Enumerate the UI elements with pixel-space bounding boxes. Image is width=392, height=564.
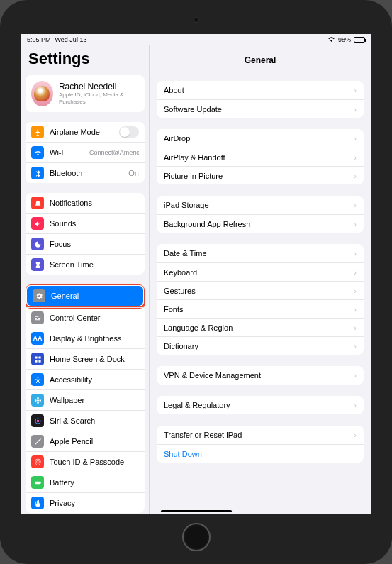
moon-icon xyxy=(31,238,44,250)
wifi-settings-icon xyxy=(31,146,44,159)
gear-icon xyxy=(33,289,45,302)
sidebar-item-label: Sounds xyxy=(50,219,139,228)
chevron-right-icon: › xyxy=(354,431,357,439)
page-title: Settings xyxy=(26,45,145,75)
chevron-right-icon: › xyxy=(354,371,357,380)
bluetooth-value: On xyxy=(128,169,139,177)
sidebar-item-battery[interactable]: Battery xyxy=(26,472,145,492)
detail-item-label: Picture in Picture xyxy=(164,172,354,180)
sidebar-item-bluetooth[interactable]: Bluetooth On xyxy=(26,162,145,183)
sidebar-item-siri[interactable]: Siri & Search xyxy=(26,410,145,431)
svg-point-4 xyxy=(37,377,38,378)
detail-item-dictionary[interactable]: Dictionary› xyxy=(157,336,364,355)
sidebar-item-label: Siri & Search xyxy=(50,416,139,425)
detail-item-airplay[interactable]: AirPlay & Handoff› xyxy=(157,148,364,166)
profile-name: Rachel Needell xyxy=(59,82,139,92)
sidebar-item-focus[interactable]: Focus xyxy=(26,233,145,254)
flower-icon xyxy=(31,394,44,407)
chevron-right-icon: › xyxy=(354,324,357,332)
detail-item-fonts[interactable]: Fonts› xyxy=(157,299,364,318)
detail-pane: General About› Software Update› AirDrop›… xyxy=(149,45,371,514)
sidebar-item-label: Display & Brightness xyxy=(50,334,139,343)
home-indicator[interactable] xyxy=(161,510,232,512)
status-bar: 5:05 PM Wed Jul 13 98% xyxy=(21,34,371,45)
airplane-toggle[interactable] xyxy=(119,126,139,138)
profile-row[interactable]: Rachel Needell Apple ID, iCloud, Media &… xyxy=(26,75,145,112)
sidebar-item-privacy[interactable]: Privacy xyxy=(26,492,145,513)
detail-item-gestures[interactable]: Gestures› xyxy=(157,281,364,299)
sidebar-item-label: Touch ID & Passcode xyxy=(50,458,139,466)
detail-item-datetime[interactable]: Date & Time› xyxy=(157,244,364,262)
battery-settings-icon xyxy=(31,476,44,489)
detail-item-label: VPN & Device Management xyxy=(164,371,354,380)
sidebar-item-notifications[interactable]: Notifications xyxy=(26,193,145,213)
sidebar-item-label: Bluetooth xyxy=(50,169,128,177)
svg-point-5 xyxy=(37,399,39,402)
detail-item-vpn[interactable]: VPN & Device Management› xyxy=(157,366,364,385)
chevron-right-icon: › xyxy=(354,305,357,314)
sidebar-item-accessibility[interactable]: Accessibility xyxy=(26,369,145,389)
detail-item-label: AirDrop xyxy=(164,134,354,143)
sidebar-item-label: Airplane Mode xyxy=(50,128,119,136)
hand-icon xyxy=(31,497,44,509)
sidebar-item-general[interactable]: General xyxy=(27,286,143,306)
detail-item-shutdown[interactable]: Shut Down xyxy=(157,444,364,463)
detail-item-legal[interactable]: Legal & Regulatory› xyxy=(157,396,364,414)
detail-item-keyboard[interactable]: Keyboard› xyxy=(157,262,364,281)
sidebar-item-control-center[interactable]: Control Center xyxy=(26,307,145,328)
battery-icon xyxy=(354,37,365,43)
speaker-icon xyxy=(31,217,44,230)
sidebar-item-label: Home Screen & Dock xyxy=(50,355,139,363)
svg-rect-1 xyxy=(38,356,40,358)
sidebar-item-sounds[interactable]: Sounds xyxy=(26,213,145,233)
sidebar-item-label: Privacy xyxy=(50,499,139,507)
sidebar-item-wifi[interactable]: Wi-Fi Connect@AmericInn xyxy=(26,142,145,162)
chevron-right-icon: › xyxy=(354,342,357,350)
detail-item-label: Shut Down xyxy=(164,450,357,458)
sidebar-item-label: General xyxy=(51,292,138,300)
sidebar-item-label: Apple Pencil xyxy=(50,437,139,446)
bluetooth-icon xyxy=(31,167,44,179)
sidebar-item-label: Notifications xyxy=(50,199,139,207)
sidebar: Settings Rachel Needell Apple ID, iCloud… xyxy=(21,45,149,514)
general-highlight: General xyxy=(26,284,145,309)
detail-item-label: Date & Time xyxy=(164,249,354,258)
profile-sub: Apple ID, iCloud, Media & Purchases xyxy=(59,92,139,105)
detail-item-about[interactable]: About› xyxy=(157,81,364,99)
sidebar-item-pencil[interactable]: Apple Pencil xyxy=(26,431,145,451)
detail-item-transfer[interactable]: Transfer or Reset iPad› xyxy=(157,426,364,444)
chevron-right-icon: › xyxy=(354,134,357,143)
avatar xyxy=(31,81,53,106)
airplane-icon xyxy=(31,126,44,138)
svg-point-7 xyxy=(36,419,39,422)
detail-item-label: iPad Storage xyxy=(164,201,354,209)
status-date: Wed Jul 13 xyxy=(55,36,87,43)
chevron-right-icon: › xyxy=(354,220,357,228)
detail-item-refresh[interactable]: Background App Refresh› xyxy=(157,214,364,233)
detail-item-airdrop[interactable]: AirDrop› xyxy=(157,129,364,148)
sidebar-item-homescreen[interactable]: Home Screen & Dock xyxy=(26,348,145,369)
detail-item-software-update[interactable]: Software Update› xyxy=(157,99,364,118)
chevron-right-icon: › xyxy=(354,287,357,295)
pencil-icon xyxy=(31,435,44,448)
sidebar-item-wallpaper[interactable]: Wallpaper xyxy=(26,389,145,410)
detail-item-storage[interactable]: iPad Storage› xyxy=(157,196,364,214)
hourglass-icon xyxy=(31,258,44,271)
detail-item-label: AirPlay & Handoff xyxy=(164,153,354,162)
detail-item-language[interactable]: Language & Region› xyxy=(157,318,364,336)
status-time: 5:05 PM xyxy=(27,36,51,43)
svg-rect-2 xyxy=(35,360,37,362)
sidebar-item-airplane[interactable]: Airplane Mode xyxy=(26,122,145,142)
bell-icon xyxy=(31,197,44,209)
detail-item-label: Legal & Regulatory xyxy=(164,401,354,409)
detail-item-pip[interactable]: Picture in Picture› xyxy=(157,166,364,184)
home-button[interactable] xyxy=(182,523,211,551)
sidebar-item-screentime[interactable]: Screen Time xyxy=(26,254,145,275)
sidebar-item-touchid[interactable]: Touch ID & Passcode xyxy=(26,451,145,472)
sidebar-item-label: Battery xyxy=(50,478,139,487)
detail-item-label: About xyxy=(164,86,354,94)
detail-title: General xyxy=(150,45,371,81)
sidebar-item-label: Wi-Fi xyxy=(50,148,89,157)
sidebar-item-display[interactable]: AA Display & Brightness xyxy=(26,328,145,348)
chevron-right-icon: › xyxy=(354,201,357,209)
